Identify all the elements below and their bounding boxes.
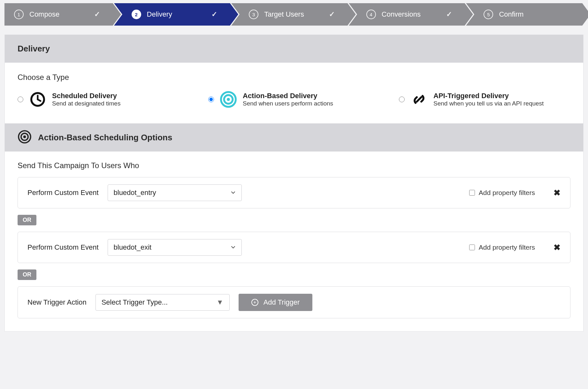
check-icon: ✓ [211,10,217,19]
trigger-prefix: Perform Custom Event [27,189,99,197]
choose-type-section: Choose a Type Scheduled Delivery Send at… [5,63,583,123]
type-desc: Send when you tell us via an API request [433,100,544,107]
step-label: Target Users [264,10,304,19]
filter-checkbox[interactable] [469,190,475,196]
type-option-action[interactable]: Action-Based Delivery Send when users pe… [208,91,380,108]
new-trigger-row: New Trigger Action Select Trigger Type..… [18,286,570,318]
type-radio-scheduled[interactable] [18,97,23,102]
filter-label: Add property filters [479,189,535,197]
step-number: 5 [484,10,493,19]
plus-circle-icon: + [251,299,258,306]
step-label: Delivery [147,10,172,19]
check-icon: ✓ [94,10,100,19]
remove-trigger-icon[interactable]: ✖ [554,243,561,253]
wizard-step-target-users[interactable]: 3 Target Users ✓ [231,3,347,26]
link-icon [410,91,428,108]
send-to-label: Send This Campaign To Users Who [18,161,570,170]
trigger-row: Perform Custom Event bluedot_entry Add p… [18,177,570,208]
step-label: Conversions [382,10,421,19]
wizard-steps: 1 Compose ✓ 2 Delivery ✓ 3 Target Users … [4,3,584,26]
wizard-step-compose[interactable]: 1 Compose ✓ [4,3,113,26]
svg-line-2 [38,99,41,101]
target-icon [220,91,237,108]
filter-label: Add property filters [479,244,535,251]
wizard-step-confirm[interactable]: 5 Confirm [466,3,582,26]
trigger-type-select[interactable]: Select Trigger Type... ▼ [95,294,230,311]
panel-title: Delivery [5,35,583,63]
step-label: Compose [29,10,59,19]
event-value: bluedot_entry [114,189,156,197]
trigger-row: Perform Custom Event bluedot_exit Add pr… [18,232,570,263]
or-separator: OR [18,215,570,225]
type-option-scheduled[interactable]: Scheduled Delivery Send at designated ti… [18,91,189,108]
step-label: Confirm [499,10,523,19]
triggers-section: Send This Campaign To Users Who Perform … [5,152,583,331]
scheduling-options-title: Action-Based Scheduling Options [38,133,172,143]
or-separator: OR [18,269,570,280]
type-option-api[interactable]: API-Triggered Delivery Send when you tel… [399,91,570,108]
step-number: 2 [132,10,141,19]
add-trigger-button-label: Add Trigger [263,298,300,307]
check-icon: ✓ [446,10,452,19]
filter-checkbox[interactable] [469,245,475,250]
svg-point-5 [227,98,230,101]
chevron-down-icon [231,243,236,252]
event-value: bluedot_exit [114,243,152,252]
svg-point-8 [23,136,26,138]
type-title: API-Triggered Delivery [433,92,544,100]
step-number: 1 [14,10,24,19]
event-select[interactable]: bluedot_exit [108,239,242,256]
type-title: Action-Based Delivery [243,92,333,100]
step-number: 3 [249,10,258,19]
type-radio-api[interactable] [399,97,405,102]
event-select[interactable]: bluedot_entry [108,184,242,201]
chevron-down-icon [231,189,236,197]
or-label: OR [18,215,36,225]
choose-type-label: Choose a Type [18,73,570,82]
new-trigger-label: New Trigger Action [27,298,87,307]
trigger-type-placeholder: Select Trigger Type... [102,298,168,307]
type-desc: Send at designated times [52,100,120,107]
check-icon: ✓ [329,10,335,19]
add-property-filters[interactable]: Add property filters [469,189,535,197]
clock-icon [29,91,46,108]
type-title: Scheduled Delivery [52,92,120,100]
remove-trigger-icon[interactable]: ✖ [554,188,561,198]
target-icon [18,130,32,145]
type-desc: Send when users perform actions [243,100,333,107]
caret-down-icon: ▼ [217,298,224,307]
type-radio-action[interactable] [208,97,214,102]
add-property-filters[interactable]: Add property filters [469,244,535,251]
trigger-prefix: Perform Custom Event [27,243,99,252]
wizard-step-delivery[interactable]: 2 Delivery ✓ [114,3,230,26]
or-label: OR [18,269,36,280]
wizard-step-conversions[interactable]: 4 Conversions ✓ [349,3,465,26]
scheduling-options-header: Action-Based Scheduling Options [5,123,583,152]
add-trigger-button[interactable]: + Add Trigger [239,294,313,311]
step-number: 4 [366,10,376,19]
delivery-panel: Delivery Choose a Type Scheduled Deliver… [4,35,584,331]
